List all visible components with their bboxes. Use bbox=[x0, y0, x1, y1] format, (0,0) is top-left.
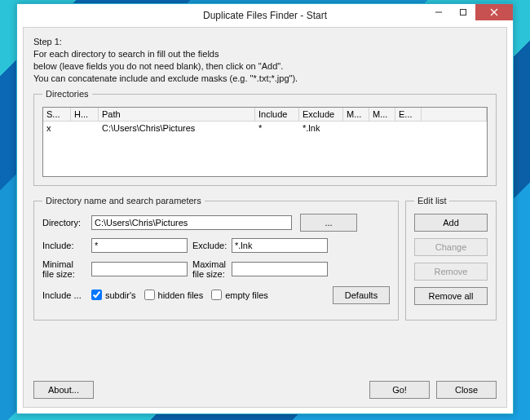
app-window: Duplicate Files Finder - Start Step 1: F… bbox=[16, 3, 514, 414]
about-button[interactable]: About... bbox=[33, 381, 94, 399]
empty-checkbox[interactable]: empty files bbox=[211, 290, 268, 300]
empty-checkbox-input[interactable] bbox=[211, 290, 222, 300]
defaults-button[interactable]: Defaults bbox=[333, 286, 390, 304]
exclude-label: Exclude: bbox=[188, 241, 232, 250]
include-label: Include: bbox=[42, 241, 91, 250]
include-exclude-row: Include: Exclude: bbox=[42, 238, 390, 253]
col-m2[interactable]: M... bbox=[369, 108, 395, 122]
close-icon bbox=[490, 8, 498, 16]
col-spacer bbox=[422, 108, 487, 122]
instructions-text: Step 1: For each directory to search in … bbox=[33, 36, 497, 84]
parameters-legend: Directory name and search parameters bbox=[42, 196, 205, 206]
cell-path: C:\Users\Chris\Pictures bbox=[99, 122, 255, 135]
max-size-input[interactable] bbox=[232, 262, 328, 276]
cell-h bbox=[71, 122, 99, 135]
add-button[interactable]: Add bbox=[414, 214, 488, 232]
client-area: Step 1: For each directory to search in … bbox=[23, 27, 507, 408]
parameters-group: Directory name and search parameters Dir… bbox=[33, 196, 399, 321]
close-window-button[interactable] bbox=[475, 4, 513, 20]
col-exclude[interactable]: Exclude bbox=[299, 108, 343, 122]
min-size-input[interactable] bbox=[91, 262, 188, 276]
include-input[interactable] bbox=[91, 238, 188, 253]
directories-listview[interactable]: S... H... Path Include Exclude M... M...… bbox=[42, 107, 488, 177]
cell-spacer bbox=[422, 122, 487, 135]
svg-rect-1 bbox=[461, 10, 466, 15]
cell-e bbox=[395, 122, 422, 135]
editlist-group: Edit list Add Change Remove Remove all bbox=[405, 196, 497, 321]
max-size-label: Maximal file size: bbox=[188, 259, 232, 279]
hidden-checkbox[interactable]: hidden files bbox=[144, 290, 204, 300]
subdirs-label: subdir's bbox=[105, 290, 136, 300]
go-button[interactable]: Go! bbox=[369, 381, 430, 399]
hidden-checkbox-input[interactable] bbox=[144, 290, 155, 300]
cell-m2 bbox=[369, 122, 395, 135]
directory-label: Directory: bbox=[42, 218, 91, 228]
directory-row: Directory: ... bbox=[42, 214, 390, 232]
col-include[interactable]: Include bbox=[255, 108, 299, 122]
instructions-line: You can concatenate include and exclude … bbox=[33, 73, 497, 85]
directories-legend: Directories bbox=[42, 89, 92, 99]
footer-row: About... Go! Close bbox=[33, 381, 497, 399]
min-size-label: Minimal file size: bbox=[42, 259, 91, 279]
remove-all-button[interactable]: Remove all bbox=[414, 287, 488, 305]
browse-button[interactable]: ... bbox=[300, 214, 357, 232]
editlist-legend: Edit list bbox=[414, 196, 449, 206]
params-editlist-row: Directory name and search parameters Dir… bbox=[33, 192, 497, 327]
hidden-label: hidden files bbox=[158, 290, 204, 300]
maximize-button[interactable] bbox=[451, 4, 475, 20]
options-row: Include ... subdir's hidden files empty … bbox=[42, 286, 390, 304]
directory-input[interactable] bbox=[91, 215, 292, 230]
filesize-row: Minimal file size: Maximal file size: bbox=[42, 259, 390, 279]
maximize-icon bbox=[459, 8, 467, 16]
window-controls bbox=[426, 4, 513, 20]
cell-s: x bbox=[43, 122, 71, 135]
table-row[interactable]: x C:\Users\Chris\Pictures * *.lnk bbox=[43, 122, 487, 135]
subdirs-checkbox-input[interactable] bbox=[91, 290, 102, 300]
instructions-line: Step 1: bbox=[33, 36, 497, 48]
instructions-line: below (leave fields you do not need blan… bbox=[33, 60, 497, 73]
col-path[interactable]: Path bbox=[99, 108, 255, 122]
minimize-icon bbox=[435, 8, 443, 16]
instructions-line: For each directory to search in fill out… bbox=[33, 48, 497, 60]
exclude-input[interactable] bbox=[232, 238, 328, 253]
cell-m1 bbox=[343, 122, 369, 135]
remove-button[interactable]: Remove bbox=[414, 263, 488, 281]
col-s[interactable]: S... bbox=[43, 108, 71, 122]
listview-header: S... H... Path Include Exclude M... M...… bbox=[43, 108, 487, 122]
empty-label: empty files bbox=[225, 290, 268, 300]
col-m1[interactable]: M... bbox=[343, 108, 369, 122]
close-button[interactable]: Close bbox=[436, 381, 497, 399]
cell-exclude: *.lnk bbox=[299, 122, 343, 135]
include-options-label: Include ... bbox=[42, 290, 91, 300]
col-e[interactable]: E... bbox=[395, 108, 422, 122]
change-button[interactable]: Change bbox=[414, 238, 488, 256]
subdirs-checkbox[interactable]: subdir's bbox=[91, 290, 136, 300]
cell-include: * bbox=[255, 122, 299, 135]
directories-group: Directories S... H... Path Include Exclu… bbox=[33, 89, 497, 186]
col-h[interactable]: H... bbox=[71, 108, 99, 122]
titlebar[interactable]: Duplicate Files Finder - Start bbox=[17, 4, 513, 27]
minimize-button[interactable] bbox=[426, 4, 451, 20]
